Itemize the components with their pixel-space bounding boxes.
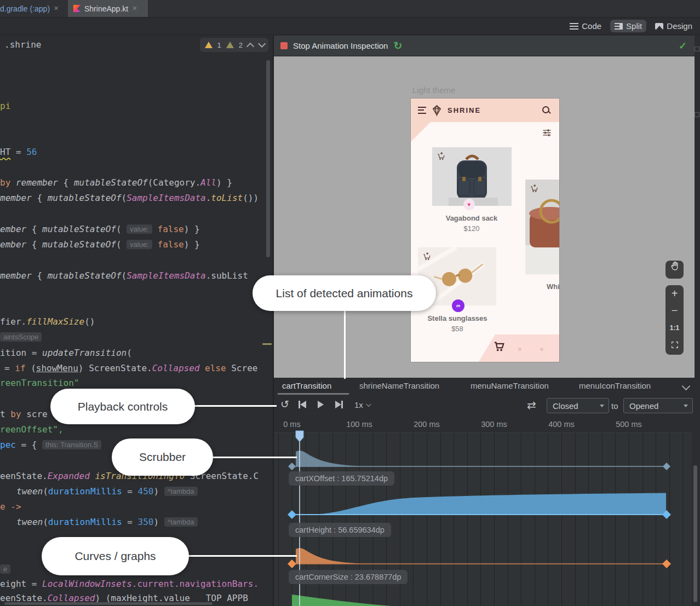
animation-inspector: cartTransitionshrineNameTransitionmenuNa… [274, 378, 700, 606]
speed-value: 1x [354, 400, 363, 409]
code-line: pi [0, 101, 10, 112]
code-line: e -> [0, 501, 21, 512]
stop-icon[interactable] [280, 42, 288, 49]
loop-icon[interactable]: ↺ [280, 398, 289, 411]
hand-icon [669, 261, 680, 272]
search-icon[interactable] [542, 106, 549, 113]
preview-canvas: Light theme SHRINE [274, 56, 695, 378]
zoom-fit-button[interactable] [665, 336, 684, 353]
tab-shrineapp[interactable]: ShrineApp.kt ✕ [68, 0, 148, 17]
code-line: aintsScope [0, 332, 42, 343]
code-line: eight = LocalWindowInsets.current.naviga… [0, 579, 259, 590]
code-line: by remember { mutableStateOf(Category.Al… [0, 177, 232, 188]
play-button[interactable] [318, 401, 324, 408]
ruler-tick-label: 300 ms [478, 420, 510, 429]
add-to-cart-icon[interactable] [530, 184, 539, 193]
close-icon[interactable]: ✕ [132, 5, 137, 12]
ruler-tick-label: 100 ms [343, 420, 376, 429]
zoom-in-button[interactable]: + [665, 285, 684, 302]
heart-badge: ♥ [463, 199, 475, 210]
product-image-vagabond-sack[interactable] [432, 147, 512, 206]
code-line: = if (showMenu) ScreenState.Collapsed el… [4, 363, 257, 374]
ruler-tick-label: 0 ms [276, 420, 308, 429]
prev-issue-icon[interactable] [246, 43, 254, 50]
callout-connector [210, 457, 297, 458]
brand-badge: m [452, 299, 464, 312]
tab-gradle-label: d.gradle (:app) [0, 4, 50, 13]
zoom-out-button[interactable]: − [665, 302, 684, 319]
ruler-tick-label: 200 ms [410, 420, 443, 429]
playback-controls: ↺ 1x ⇄ Closed to Opened [274, 395, 700, 417]
view-mode-bar: Code Split Design [0, 18, 700, 35]
swap-states-icon[interactable]: ⇄ [527, 399, 536, 412]
view-mode-split[interactable]: Split [610, 20, 646, 32]
view-mode-design[interactable]: Design [655, 21, 692, 31]
zoom-actual-button[interactable]: 1:1 [665, 319, 684, 336]
from-state-dropdown[interactable]: Closed [547, 398, 609, 413]
code-line: ember { mutableStateOf( value: false) } [0, 224, 200, 235]
product-name-clipped: Whit [547, 282, 560, 291]
next-issue-icon[interactable] [258, 40, 266, 48]
tool-strip-icon[interactable] [695, 112, 699, 117]
skip-to-start-button[interactable] [299, 401, 306, 408]
close-icon[interactable]: ✕ [54, 5, 59, 12]
product-name: Vagabond sack [431, 214, 513, 222]
code-line: reenTransition" [0, 378, 79, 389]
menu-icon[interactable] [418, 107, 426, 114]
code-line: ember { mutableStateOf( value: false) } [0, 239, 200, 250]
add-to-cart-icon[interactable] [422, 252, 432, 261]
callout-connector [344, 309, 346, 379]
shrine-logo-icon [431, 104, 443, 117]
skip-to-end-button[interactable] [335, 401, 343, 408]
code-line: t by scre [0, 409, 48, 420]
editor-vertical-scrollbar[interactable] [266, 60, 270, 257]
nav-dot[interactable] [540, 348, 543, 351]
timeline-ruler[interactable]: 0 ms100 ms200 ms300 ms400 ms500 ms [274, 417, 700, 432]
to-state-value: Opened [629, 401, 658, 411]
preview-theme-label: Light theme [412, 85, 455, 95]
animation-tab-cartTransition[interactable]: cartTransition [282, 381, 331, 390]
tool-strip-icon[interactable] [695, 47, 699, 51]
package-line: .shrine [4, 39, 41, 50]
chevron-down-icon [684, 405, 688, 409]
cart-icon[interactable] [493, 340, 505, 353]
callout-scrubber: Scrubber [112, 438, 213, 476]
code-line: tween(durationMillis = 450) ^lambda [16, 486, 198, 497]
product-image-clipped[interactable] [525, 180, 559, 274]
error-stripe-mark[interactable] [262, 343, 272, 345]
split-view-icon [615, 23, 623, 30]
belt-image [525, 180, 559, 274]
pan-button[interactable] [665, 261, 684, 279]
animation-tab-menuNameTransition[interactable]: menuNameTransition [471, 381, 549, 390]
code-editor[interactable]: piHT = 56by remember { mutableStateOf(Ca… [0, 55, 273, 606]
code-line: ition = updateTransition( [0, 348, 132, 359]
to-label: to [611, 401, 618, 411]
to-state-dropdown[interactable]: Opened [623, 398, 693, 413]
filter-tune-icon[interactable] [542, 128, 552, 138]
animation-tab-shrineNameTransition[interactable]: shrineNameTransition [359, 381, 439, 390]
timeline-scrollbar[interactable] [693, 465, 697, 602]
animation-tab-menuIconTransition[interactable]: menuIconTransition [579, 381, 651, 390]
curve-value-label: cartXOffset : 165.75214dp [289, 471, 394, 486]
inspections-widget[interactable]: 1 2 [200, 38, 268, 52]
product-price: $58 [416, 325, 498, 333]
tab-gradle[interactable]: d.gradle (:app) ✕ [0, 0, 66, 17]
nav-dot[interactable] [518, 348, 521, 351]
view-mode-code[interactable]: Code [570, 21, 601, 31]
stop-animation-label[interactable]: Stop Animation Inspection [293, 41, 388, 50]
editor-horizontal-scrollbar[interactable] [4, 602, 213, 605]
refresh-icon[interactable]: ↻ [393, 39, 402, 52]
add-to-cart-icon[interactable] [437, 152, 446, 161]
curve-value-label: cartHeight : 56.659634dp [289, 523, 391, 537]
zoom-control-group: + − 1:1 [665, 285, 684, 355]
active-tab-underline [278, 393, 349, 395]
chevron-down-icon [600, 405, 604, 409]
ruler-tick-label: 500 ms [612, 420, 645, 429]
speed-dropdown[interactable]: 1x [354, 400, 370, 409]
android-studio-window: d.gradle (:app) ✕ ShrineApp.kt ✕ Code Sp… [0, 0, 700, 606]
code-line: reenOffset", [0, 424, 64, 435]
code-line: member { mutableStateOf(SampleItemsData.… [0, 270, 248, 281]
more-tabs-chevron-icon[interactable] [682, 382, 691, 391]
callout-curves-graphs: Curves / graphs [42, 537, 189, 575]
code-line: HT = 56 [0, 147, 37, 158]
